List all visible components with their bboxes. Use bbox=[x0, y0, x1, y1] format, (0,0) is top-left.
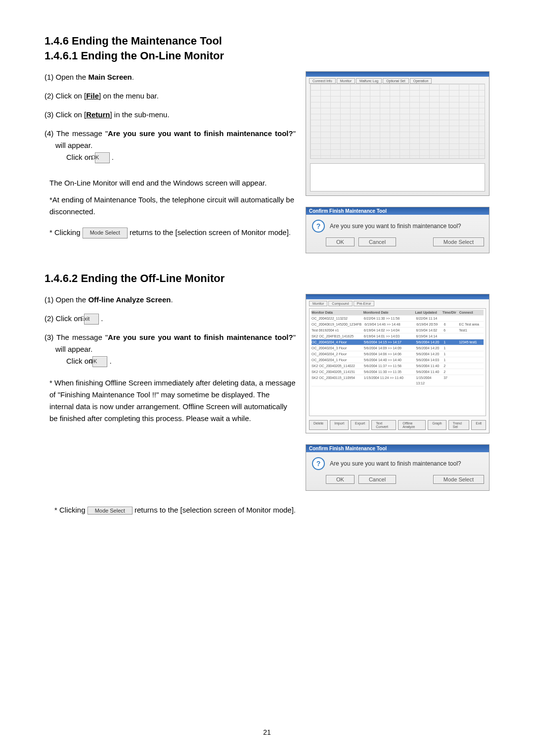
table-row[interactable]: SK2 OC_20040205_1140225/6/2004 11:37 >> … bbox=[312, 363, 484, 369]
question-icon: ? bbox=[312, 457, 325, 470]
cell bbox=[459, 316, 484, 321]
cell: 2 bbox=[444, 369, 456, 375]
table-row[interactable]: OC_20040204_2 Floor5/6/2004 14:06 >> 14:… bbox=[312, 351, 484, 357]
cell bbox=[444, 333, 456, 339]
cell: EC Test area bbox=[459, 322, 484, 327]
cell: 5/6/2004 11:37 >> 11:58 bbox=[364, 363, 413, 369]
cell: 6/22/04 11:14 bbox=[416, 316, 441, 321]
cell: SK2 OC_20040205_114022 bbox=[312, 363, 361, 369]
offline-btn[interactable]: Offline Analyze bbox=[398, 420, 426, 430]
cell: SK2 OC_20040115_110954 bbox=[312, 375, 361, 386]
table-row[interactable]: OC_20040204_1 Floor5/6/2004 14:40 >> 14:… bbox=[312, 357, 484, 363]
cell: 1/15/2004 11:24 >> 11:40 bbox=[364, 375, 413, 386]
step3-suffix: ] in the sub-menu. bbox=[110, 110, 170, 119]
ss-tab[interactable]: Connect Info bbox=[309, 78, 336, 84]
note-finishing: * When finishing Offline Screen immediat… bbox=[49, 377, 296, 425]
cell: OC_20040204_1 Floor bbox=[312, 357, 361, 363]
table-row[interactable]: SK2 OC_20040205_1141515/6/2004 11:30 >> … bbox=[312, 369, 484, 375]
table-row[interactable]: SK2 OC_20040115_1109541/15/2004 11:24 >>… bbox=[312, 375, 484, 386]
cell: OC_20040204_2 Floor bbox=[312, 351, 361, 357]
heading-1-4-6: 1.4.6 Ending the Maintenance Tool bbox=[44, 35, 490, 47]
offline-btn[interactable]: Import bbox=[330, 420, 349, 430]
mode-select-button-inline[interactable]: Mode Select bbox=[83, 228, 128, 238]
cell bbox=[459, 345, 484, 351]
ss-titlebar-2 bbox=[306, 294, 489, 299]
cell: SK2 OC_204FB15_141625 bbox=[312, 333, 361, 339]
os3-prefix: (3) The message " bbox=[44, 333, 108, 341]
n2-prefix: * Clicking bbox=[54, 506, 88, 514]
cell: 5/6/2004 14:20 bbox=[416, 345, 441, 351]
cell: 6/19/04 20:59 bbox=[416, 322, 441, 327]
ss-tab[interactable]: Malfunc Log bbox=[356, 78, 382, 84]
mode-select-button-inline-2[interactable]: Mode Select bbox=[88, 507, 133, 515]
note2-suffix: returns to the [selection screen of Moni… bbox=[128, 228, 291, 236]
history-table bbox=[310, 163, 485, 191]
confirm-dialog-1: Confirm Finish Maintenance Tool ? Are yo… bbox=[306, 207, 490, 253]
ok-button[interactable]: OK bbox=[326, 237, 355, 246]
cell: 5/6/2004 14:06 >> 14:06 bbox=[364, 351, 413, 357]
offline-btn[interactable]: Graph bbox=[428, 420, 446, 430]
offline-tabs: Monitor Compound Pre-Error bbox=[306, 299, 489, 308]
cancel-button[interactable]: Cancel bbox=[358, 475, 396, 484]
cell: 6/19/04 14:01 >> 14:03 bbox=[364, 333, 413, 339]
ss-tab[interactable]: Operation bbox=[410, 78, 432, 84]
confirm-dialog-2: Confirm Finish Maintenance Tool ? Are yo… bbox=[306, 444, 490, 491]
col-h: Monitored Date bbox=[363, 310, 412, 315]
ok-button[interactable]: OK bbox=[326, 475, 355, 484]
os1-bold: Off-line Analyze Screen bbox=[88, 295, 171, 304]
table-row[interactable]: OC_20040204_4 Floor5/6/2004 14:15 >> 14:… bbox=[312, 339, 484, 345]
offline-tab[interactable]: Monitor bbox=[309, 301, 327, 306]
ok-button-inline-2[interactable]: OK bbox=[92, 356, 107, 367]
cell: Test1 bbox=[459, 328, 484, 333]
cell: 1/15/2004 13:12 bbox=[416, 375, 441, 386]
cell bbox=[459, 357, 484, 363]
table-row[interactable]: OC_20040222_1132326/22/04 11:30 >> 11:58… bbox=[312, 316, 484, 322]
cell: Test 06192004 v1 bbox=[312, 328, 361, 333]
os2-suffix: . bbox=[99, 314, 103, 323]
cell bbox=[459, 363, 484, 369]
after-text: The On-Line Monitor will end and the Win… bbox=[49, 177, 296, 189]
cell: 1 bbox=[444, 351, 456, 357]
cell: 5/6/2004 14:09 >> 14:09 bbox=[364, 345, 413, 351]
col-h: Time/Dir bbox=[443, 310, 456, 315]
cell: 2 bbox=[444, 363, 456, 369]
step4-bold: Are you sure you want to finish maintena… bbox=[108, 129, 293, 138]
ss-tab[interactable]: Optional Set bbox=[383, 78, 409, 84]
exit-button-inline[interactable]: Exit bbox=[84, 314, 99, 325]
offline-tab[interactable]: Compound bbox=[328, 301, 352, 306]
table-row[interactable]: Test 06192004 v16/19/04 14:02 >> 14:046/… bbox=[312, 328, 484, 333]
cell: OC_20040619_145200_1234FB bbox=[312, 322, 361, 327]
cell: 1 bbox=[444, 339, 456, 345]
cell: 5/6/2004 14:20 bbox=[416, 351, 441, 357]
step3-prefix: (3) Click on [ bbox=[44, 110, 86, 119]
mode-select-button[interactable]: Mode Select bbox=[433, 237, 484, 246]
offline-btn[interactable]: Text Convert bbox=[371, 420, 396, 430]
heading-1-4-6-2: 1.4.6.2 Ending the Off-Line Monitor bbox=[44, 272, 490, 285]
note-mode-select: * Clicking Mode Select returns to the [s… bbox=[49, 227, 296, 238]
col-h: Last Updated bbox=[415, 310, 439, 315]
off-step-1: (1) Open the Off-line Analyze Screen. bbox=[55, 294, 296, 306]
offline-tab[interactable]: Pre-Error bbox=[354, 301, 375, 306]
os3-period: . bbox=[107, 357, 111, 365]
table-row[interactable]: SK2 OC_204FB15_1416256/19/04 14:01 >> 14… bbox=[312, 333, 484, 339]
table-row[interactable]: OC_20040619_145200_1234FB6/19/04 14:46 >… bbox=[312, 322, 484, 328]
ss-titlebar bbox=[306, 72, 489, 77]
ok-button-inline[interactable]: OK bbox=[95, 152, 110, 163]
cell bbox=[444, 316, 456, 321]
offline-btn[interactable]: Export bbox=[351, 420, 369, 430]
os3-bold: Are you sure you want to finish maintena… bbox=[108, 333, 293, 341]
offline-btn[interactable]: Exit bbox=[471, 420, 486, 430]
offline-btn[interactable]: Trend Sel bbox=[448, 420, 470, 430]
cell bbox=[459, 375, 484, 386]
ss-tab[interactable]: Monitor bbox=[337, 78, 355, 84]
offline-btn[interactable]: Delete bbox=[309, 420, 328, 430]
table-row[interactable]: OC_20040204_3 Floor5/6/2004 14:09 >> 14:… bbox=[312, 345, 484, 351]
cancel-button[interactable]: Cancel bbox=[358, 237, 396, 246]
mode-select-button[interactable]: Mode Select bbox=[433, 475, 484, 484]
cell: 1 bbox=[444, 357, 456, 363]
cell: 6/22/04 11:30 >> 11:58 bbox=[364, 316, 413, 321]
offline-analyze-screenshot: Monitor Compound Pre-Error Monitor Data … bbox=[306, 294, 490, 433]
page-number: 21 bbox=[0, 728, 534, 736]
note2-prefix: * Clicking bbox=[49, 228, 83, 236]
step1-prefix: (1) Open the bbox=[44, 73, 88, 81]
